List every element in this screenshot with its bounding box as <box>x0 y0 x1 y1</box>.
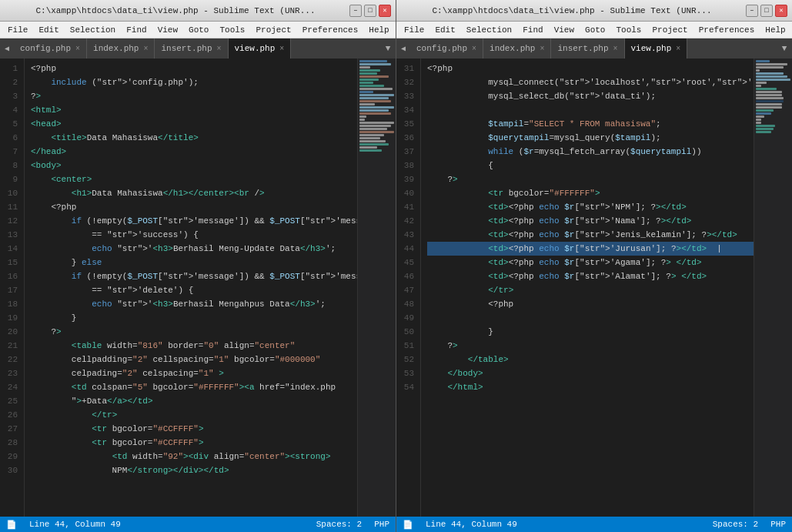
right-tab-arrow-left[interactable]: ◀ <box>396 38 410 59</box>
line-number: 45 <box>399 256 414 269</box>
right-menu-help[interactable]: Help <box>760 24 790 36</box>
right-tab-overflow[interactable]: ▼ <box>777 38 792 59</box>
line-number: 37 <box>399 145 414 159</box>
right-close-button[interactable]: ✕ <box>775 5 787 17</box>
left-tab-bar: ◀ config.php × index.php × insert.php × … <box>0 38 396 59</box>
left-editor-area: 1234567891011121314151617181920212223242… <box>0 59 396 517</box>
line-number: 24 <box>3 380 18 394</box>
left-code-content[interactable]: <?php include ("str">'config.php');?><ht… <box>25 59 357 517</box>
left-status-lang: PHP <box>374 520 389 529</box>
code-line: <?php <box>31 62 357 75</box>
line-number: 7 <box>3 145 18 159</box>
left-status-right: Spaces: 2 PHP <box>316 520 389 529</box>
right-menu-goto[interactable]: Goto <box>580 24 610 36</box>
left-minimize-button[interactable]: – <box>349 5 362 17</box>
left-minimap <box>357 59 396 517</box>
right-menu-selection[interactable]: Selection <box>462 24 516 36</box>
right-menu-project[interactable]: Project <box>647 24 692 36</box>
code-line: <tr bgcolor="#CCFFFF"> <box>31 436 357 450</box>
right-win-controls: – □ ✕ <box>746 5 787 17</box>
line-number: 23 <box>3 366 18 380</box>
right-tab-view[interactable]: view.php × <box>625 38 688 59</box>
left-menu-goto[interactable]: Goto <box>184 24 213 36</box>
right-tab-config-close[interactable]: × <box>472 45 476 53</box>
right-status-line-col: Line 44, Column 49 <box>426 520 517 530</box>
left-menu-edit[interactable]: Edit <box>34 24 63 36</box>
line-number: 1 <box>3 62 18 75</box>
left-menu-project[interactable]: Project <box>251 24 296 36</box>
left-tab-index[interactable]: index.php × <box>87 38 155 59</box>
line-number: 22 <box>3 353 18 366</box>
code-line: } <box>427 325 754 339</box>
line-number: 6 <box>3 131 18 145</box>
line-number: 36 <box>399 131 414 145</box>
right-menu-find[interactable]: Find <box>518 24 547 36</box>
line-number: 15 <box>3 256 18 269</box>
right-minimize-button[interactable]: – <box>746 5 758 17</box>
line-number: 18 <box>3 297 18 311</box>
right-menu-view[interactable]: View <box>550 24 579 36</box>
code-line: $tampil="SELECT * FROM mahasiswa"; <box>427 117 754 131</box>
code-line: </tr> <box>31 408 357 422</box>
line-number: 35 <box>399 117 414 131</box>
line-number: 11 <box>3 200 18 214</box>
left-tab-insert-label: insert.php <box>161 44 212 53</box>
left-tab-view-close[interactable]: × <box>279 45 284 53</box>
left-tab-arrow-left[interactable]: ◀ <box>0 38 14 59</box>
line-number: 46 <box>399 269 414 283</box>
code-line: while ($r=mysql_fetch_array($querytampil… <box>427 145 754 159</box>
left-maximize-button[interactable]: □ <box>364 5 376 17</box>
code-line: ?> <box>427 339 754 353</box>
left-menu-view[interactable]: View <box>153 24 182 36</box>
code-line: <td><?php echo $r["str">'NPM']; ?></td> <box>427 200 754 214</box>
left-menu-find[interactable]: Find <box>122 24 151 36</box>
code-line: </html> <box>427 380 754 394</box>
left-menu-help[interactable]: Help <box>364 24 393 36</box>
right-menu-file[interactable]: File <box>399 24 429 36</box>
left-tab-config-close[interactable]: × <box>75 45 80 53</box>
right-gutter: 3132333435363738394041424344454647484950… <box>396 59 421 517</box>
right-tab-config[interactable]: config.php × <box>410 38 483 59</box>
code-line: include ("str">'config.php'); <box>31 75 357 89</box>
code-line: { <box>427 159 754 172</box>
right-menu-tools[interactable]: Tools <box>611 24 646 36</box>
left-tab-insert[interactable]: insert.php × <box>155 38 228 59</box>
right-minimap <box>754 59 792 517</box>
left-tab-insert-close[interactable]: × <box>216 45 221 53</box>
left-status-file-icon: 📄 <box>6 520 17 530</box>
left-tab-config[interactable]: config.php × <box>14 38 87 59</box>
right-code-content[interactable]: <?php mysql_connect("str">'localhost',"s… <box>421 59 754 517</box>
line-number: 54 <box>399 380 414 394</box>
line-number: 29 <box>3 450 18 463</box>
left-tab-overflow[interactable]: ▼ <box>380 38 396 59</box>
line-number: 44 <box>399 242 414 256</box>
right-tab-index-close[interactable]: × <box>540 45 544 53</box>
left-menu-selection[interactable]: Selection <box>65 24 120 36</box>
right-tab-view-close[interactable]: × <box>676 45 680 53</box>
right-tab-bar: ◀ config.php × index.php × insert.php × … <box>396 38 792 59</box>
right-status-bar: 📄 Line 44, Column 49 Spaces: 2 PHP <box>396 517 792 532</box>
left-tab-view-label: view.php <box>235 44 276 53</box>
right-tab-insert-close[interactable]: × <box>613 45 617 53</box>
line-number: 17 <box>3 283 18 297</box>
code-line: <?php <box>427 297 754 311</box>
right-menu-preferences[interactable]: Preferences <box>694 24 760 36</box>
right-maximize-button[interactable]: □ <box>760 5 773 17</box>
right-menu-edit[interactable]: Edit <box>430 24 459 36</box>
right-tab-index[interactable]: index.php × <box>483 38 551 59</box>
line-number: 21 <box>3 339 18 353</box>
right-tab-insert[interactable]: insert.php × <box>551 38 624 59</box>
line-number: 34 <box>399 103 414 117</box>
left-tab-view[interactable]: view.php × <box>229 38 292 59</box>
code-line: </body> <box>427 366 754 380</box>
left-close-button[interactable]: ✕ <box>379 5 391 17</box>
code-line <box>427 311 754 325</box>
line-number: 32 <box>399 75 414 89</box>
left-menu-preferences[interactable]: Preferences <box>298 24 363 36</box>
left-menu-file[interactable]: File <box>3 24 32 36</box>
line-number: 30 <box>3 463 18 477</box>
line-number: 26 <box>3 408 18 422</box>
left-menu-tools[interactable]: Tools <box>215 24 249 36</box>
code-line: <td width="92"><div align="center"><stro… <box>31 450 357 463</box>
left-tab-index-close[interactable]: × <box>143 45 148 53</box>
